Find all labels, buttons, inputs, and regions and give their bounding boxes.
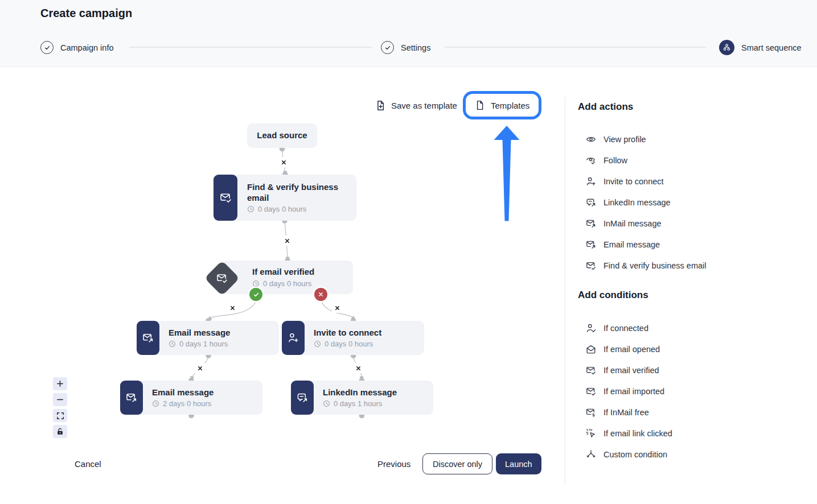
envelope-check-icon xyxy=(586,386,596,396)
remove-connection-button[interactable] xyxy=(282,236,292,246)
envelope-send-icon xyxy=(126,392,137,403)
step-label: Smart sequence xyxy=(741,43,802,52)
sequence-icon xyxy=(719,40,734,55)
envelope-check-icon xyxy=(216,272,228,284)
condition-item-label: If email opened xyxy=(603,345,660,354)
condition-item-label: If connected xyxy=(603,324,648,333)
lock-icon xyxy=(56,427,64,436)
node-delay-value: 0 days 1 hours xyxy=(334,399,382,408)
condition-item-if-email-opened[interactable]: If email opened xyxy=(578,338,811,360)
branch-yes-handle[interactable] xyxy=(249,288,262,301)
condition-item-if-email-verified[interactable]: If email verified xyxy=(578,360,811,381)
zoom-in-button[interactable] xyxy=(53,377,67,390)
action-item-linkedin-message[interactable]: LinkedIn message xyxy=(578,192,811,213)
clock-icon xyxy=(169,340,176,348)
cursor-click-icon xyxy=(586,428,596,439)
node-lead-source[interactable]: Lead source xyxy=(247,123,317,148)
node-delay: 2 days 0 hours xyxy=(152,399,257,408)
chat-send-icon xyxy=(291,381,314,415)
templates-button[interactable]: Templates xyxy=(467,96,537,115)
envelope-check-icon xyxy=(586,261,596,271)
file-plus-icon xyxy=(375,100,386,111)
remove-connection-button[interactable] xyxy=(332,303,342,313)
action-item-invite-to-connect[interactable]: Invite to connect xyxy=(578,171,811,192)
step-connector-line xyxy=(445,47,706,48)
step-settings[interactable]: Settings xyxy=(381,40,430,55)
fit-view-button[interactable] xyxy=(53,409,67,422)
node-title: Lead source xyxy=(257,130,307,141)
step-smart-sequence[interactable]: Smart sequence xyxy=(719,40,802,55)
remove-connection-button[interactable] xyxy=(278,157,289,167)
chat-send-icon xyxy=(586,197,596,208)
condition-item-if-connected[interactable]: If connected xyxy=(578,317,811,338)
save-as-template-button[interactable]: Save as template xyxy=(375,100,457,111)
zoom-out-button[interactable] xyxy=(53,393,67,406)
node-invite-to-connect[interactable]: Invite to connect 0 days 0 hours xyxy=(282,321,424,355)
launch-button[interactable]: Launch xyxy=(496,453,541,474)
remove-connection-button[interactable] xyxy=(353,363,363,373)
node-if-email-verified[interactable]: If email verified 0 days 0 hours xyxy=(223,261,353,294)
condition-item-label: Custom condition xyxy=(603,450,667,459)
envelope-dollar-icon xyxy=(586,407,596,418)
node-title: Find & verify business email xyxy=(247,182,351,204)
node-linkedin-message[interactable]: LinkedIn message 0 days 1 hours xyxy=(291,381,433,415)
action-item-label: Find & verify business email xyxy=(603,261,707,270)
eye-icon xyxy=(586,134,596,144)
condition-item-label: If email verified xyxy=(603,366,659,375)
action-item-follow[interactable]: Follow xyxy=(578,150,811,171)
previous-button[interactable]: Previous xyxy=(377,459,410,469)
templates-highlight-ring: Templates xyxy=(463,91,541,119)
envelope-send-icon xyxy=(120,381,143,415)
page-title: Create campaign xyxy=(40,7,132,20)
x-icon xyxy=(284,238,290,244)
add-conditions-title: Add conditions xyxy=(578,290,648,301)
lock-canvas-button[interactable] xyxy=(53,425,67,438)
envelope-send-icon xyxy=(137,321,159,355)
action-item-find-verify-business-email[interactable]: Find & verify business email xyxy=(578,255,811,276)
condition-item-if-email-link-clicked[interactable]: If email link clicked xyxy=(578,423,811,444)
node-title: Email message xyxy=(152,387,257,398)
remove-connection-button[interactable] xyxy=(195,363,205,373)
callout-arrow-up xyxy=(494,126,520,221)
cancel-button[interactable]: Cancel xyxy=(75,459,101,469)
clock-icon xyxy=(314,340,321,348)
envelope-send-icon xyxy=(142,332,154,344)
node-email-message-2[interactable]: Email message 2 days 0 hours xyxy=(120,381,262,415)
person-plus-icon xyxy=(282,321,305,355)
condition-item-custom-condition[interactable]: Custom condition xyxy=(578,444,811,465)
envelope-open-icon xyxy=(586,344,596,354)
node-delay-value: 0 days 1 hours xyxy=(179,340,228,348)
envelope-send-icon xyxy=(586,218,596,229)
node-delay: 0 days 1 hours xyxy=(169,340,273,348)
envelope-check-icon xyxy=(586,365,596,375)
remove-connection-button[interactable] xyxy=(227,303,237,313)
envelope-check-icon xyxy=(214,175,237,221)
step-campaign-info[interactable]: Campaign info xyxy=(40,40,114,55)
discover-only-button[interactable]: Discover only xyxy=(422,453,492,474)
x-icon xyxy=(281,159,287,166)
branch-no-handle[interactable] xyxy=(314,288,327,301)
node-title: LinkedIn message xyxy=(323,387,428,398)
action-item-inmail-message[interactable]: InMail message xyxy=(578,213,811,234)
condition-item-if-inmail-free[interactable]: If InMail free xyxy=(578,402,811,423)
check-icon xyxy=(384,44,391,51)
node-find-verify-business-email[interactable]: Find & verify business email 0 days 0 ho… xyxy=(214,175,356,221)
node-delay-value: 0 days 0 hours xyxy=(325,340,373,348)
condition-item-if-email-imported[interactable]: If email imported xyxy=(578,381,811,402)
templates-label: Templates xyxy=(491,101,529,110)
branch-icon xyxy=(586,449,596,460)
action-item-label: View profile xyxy=(603,135,646,144)
plus-icon xyxy=(56,379,64,388)
action-item-view-profile[interactable]: View profile xyxy=(578,129,811,150)
step-connector-line xyxy=(129,47,372,48)
action-item-label: Email message xyxy=(603,240,660,249)
node-delay: 0 days 1 hours xyxy=(323,399,428,408)
check-icon xyxy=(253,291,260,298)
clock-icon xyxy=(247,205,254,213)
action-item-email-message[interactable]: Email message xyxy=(578,234,811,255)
node-delay-value: 0 days 0 hours xyxy=(258,205,306,213)
chat-send-icon xyxy=(297,392,308,403)
clock-icon xyxy=(252,280,260,287)
node-email-message-1[interactable]: Email message 0 days 1 hours xyxy=(137,321,279,355)
clock-icon xyxy=(323,400,330,407)
